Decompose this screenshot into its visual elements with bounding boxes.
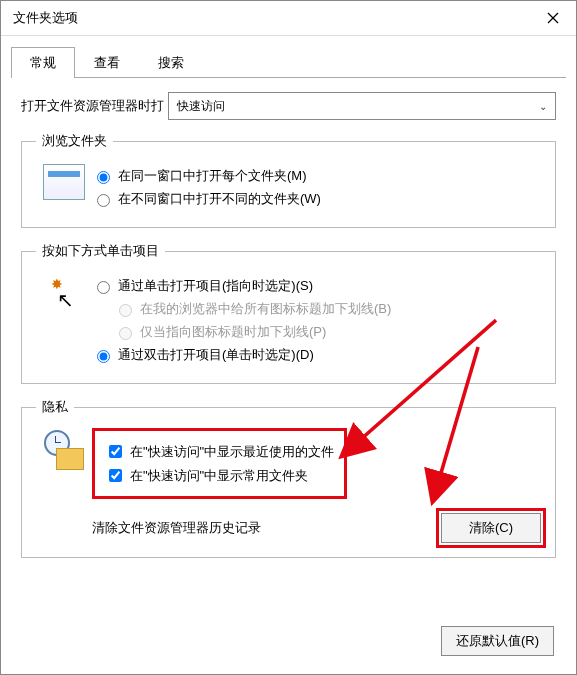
folder-window-icon xyxy=(43,164,85,200)
dialog-footer: 还原默认值(R) xyxy=(441,626,554,656)
radio-same-window-label: 在同一窗口中打开每个文件夹(M) xyxy=(118,167,307,185)
open-explorer-row: 打开文件资源管理器时打 快速访问 ⌄ xyxy=(21,92,556,120)
privacy-clock-folder-icon xyxy=(44,430,84,470)
privacy-checkboxes-highlight: 在"快速访问"中显示最近使用的文件 在"快速访问"中显示常用文件夹 xyxy=(92,428,347,499)
check-recent-files-label: 在"快速访问"中显示最近使用的文件 xyxy=(130,443,334,461)
tab-search[interactable]: 搜索 xyxy=(139,47,203,78)
clear-history-label: 清除文件资源管理器历史记录 xyxy=(92,519,441,537)
click-items-group: 按如下方式单击项目 ✸↖ 通过单击打开项目(指向时选定)(S) 在我的浏览器中给… xyxy=(21,242,556,384)
radio-same-window-input[interactable] xyxy=(97,171,110,184)
radio-same-window[interactable]: 在同一窗口中打开每个文件夹(M) xyxy=(92,167,541,185)
radio-underline-all: 在我的浏览器中给所有图标标题加下划线(B) xyxy=(114,300,541,318)
check-frequent-folders-input[interactable] xyxy=(109,469,122,482)
close-icon xyxy=(547,12,559,24)
window-title: 文件夹选项 xyxy=(13,9,530,27)
radio-new-window-label: 在不同窗口中打开不同的文件夹(W) xyxy=(118,190,321,208)
open-explorer-combo[interactable]: 快速访问 ⌄ xyxy=(168,92,556,120)
browse-folders-group: 浏览文件夹 在同一窗口中打开每个文件夹(M) 在不同窗口中打开不同的文件夹(W) xyxy=(21,132,556,228)
chevron-down-icon: ⌄ xyxy=(539,101,547,112)
check-recent-files-input[interactable] xyxy=(109,445,122,458)
tab-general[interactable]: 常规 xyxy=(11,47,75,78)
privacy-legend: 隐私 xyxy=(36,398,74,416)
click-items-legend: 按如下方式单击项目 xyxy=(36,242,165,260)
privacy-group: 隐私 在"快速访问"中显示最近使用的文件 在" xyxy=(21,398,556,558)
radio-single-click-label: 通过单击打开项目(指向时选定)(S) xyxy=(118,277,313,295)
check-frequent-folders-label: 在"快速访问"中显示常用文件夹 xyxy=(130,467,308,485)
titlebar: 文件夹选项 xyxy=(1,1,576,36)
radio-double-click[interactable]: 通过双击打开项目(单击时选定)(D) xyxy=(92,346,541,364)
radio-underline-point: 仅当指向图标标题时加下划线(P) xyxy=(114,323,541,341)
radio-new-window-input[interactable] xyxy=(97,194,110,207)
radio-single-click-input[interactable] xyxy=(97,281,110,294)
tab-content: 打开文件资源管理器时打 快速访问 ⌄ 浏览文件夹 在同一窗口中打开每个文件夹(M… xyxy=(1,78,576,580)
privacy-clear-row: 清除文件资源管理器历史记录 清除(C) xyxy=(92,513,541,543)
tab-view[interactable]: 查看 xyxy=(75,47,139,78)
cursor-click-icon: ✸↖ xyxy=(47,274,81,314)
close-button[interactable] xyxy=(530,1,576,35)
folder-options-window: 文件夹选项 常规 查看 搜索 打开文件资源管理器时打 快速访问 ⌄ 浏览文件夹 xyxy=(0,0,577,675)
restore-defaults-button[interactable]: 还原默认值(R) xyxy=(441,626,554,656)
radio-double-click-label: 通过双击打开项目(单击时选定)(D) xyxy=(118,346,314,364)
radio-double-click-input[interactable] xyxy=(97,350,110,363)
radio-single-click[interactable]: 通过单击打开项目(指向时选定)(S) xyxy=(92,277,541,295)
tab-strip: 常规 查看 搜索 xyxy=(1,36,576,77)
radio-underline-point-input xyxy=(119,327,132,340)
open-explorer-value: 快速访问 xyxy=(177,98,225,115)
check-recent-files[interactable]: 在"快速访问"中显示最近使用的文件 xyxy=(105,442,334,461)
radio-underline-all-input xyxy=(119,304,132,317)
radio-new-window[interactable]: 在不同窗口中打开不同的文件夹(W) xyxy=(92,190,541,208)
clear-history-button[interactable]: 清除(C) xyxy=(441,513,541,543)
browse-folders-legend: 浏览文件夹 xyxy=(36,132,113,150)
radio-underline-point-label: 仅当指向图标标题时加下划线(P) xyxy=(140,323,326,341)
check-frequent-folders[interactable]: 在"快速访问"中显示常用文件夹 xyxy=(105,466,334,485)
open-explorer-label: 打开文件资源管理器时打 xyxy=(21,97,164,115)
radio-underline-all-label: 在我的浏览器中给所有图标标题加下划线(B) xyxy=(140,300,391,318)
